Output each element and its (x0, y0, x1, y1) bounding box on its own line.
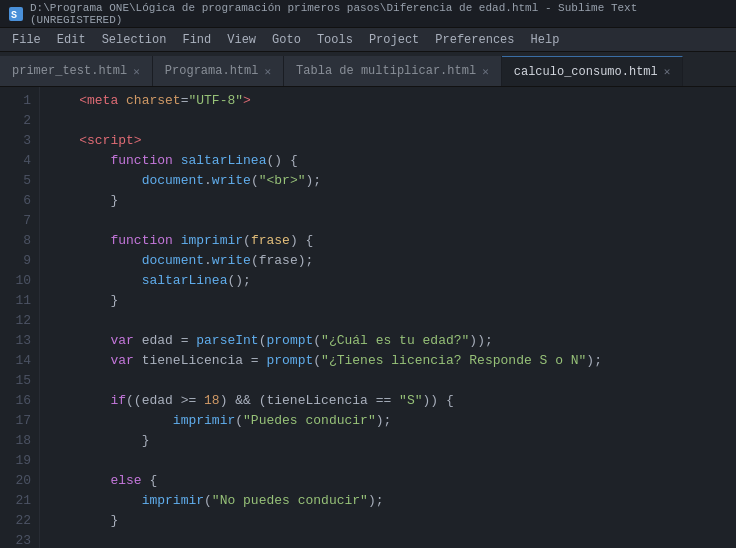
tab-programa[interactable]: Programa.html ✕ (153, 56, 284, 86)
tab-label: Programa.html (165, 64, 259, 78)
line-num-14: 14 (4, 351, 31, 371)
line-num-17: 17 (4, 411, 31, 431)
code-area[interactable]: 1 2 3 4 5 6 7 8 9 10 11 12 13 14 15 16 1… (0, 87, 736, 548)
line-num-7: 7 (4, 211, 31, 231)
svg-text:S: S (11, 10, 17, 21)
line-numbers: 1 2 3 4 5 6 7 8 9 10 11 12 13 14 15 16 1… (0, 87, 40, 548)
code-line-10: saltarLinea(); (48, 271, 728, 291)
menu-selection[interactable]: Selection (94, 31, 175, 49)
menu-preferences[interactable]: Preferences (427, 31, 522, 49)
line-num-6: 6 (4, 191, 31, 211)
code-line-3: <script> (48, 131, 728, 151)
code-line-23 (48, 531, 728, 548)
line-num-4: 4 (4, 151, 31, 171)
line-num-11: 11 (4, 291, 31, 311)
line-num-15: 15 (4, 371, 31, 391)
line-num-20: 20 (4, 471, 31, 491)
line-num-10: 10 (4, 271, 31, 291)
tab-primer-test[interactable]: primer_test.html ✕ (0, 56, 153, 86)
line-num-2: 2 (4, 111, 31, 131)
code-line-16: if((edad >= 18) && (tieneLicencia == "S"… (48, 391, 728, 411)
app-icon: S (8, 6, 24, 22)
menu-help[interactable]: Help (523, 31, 568, 49)
tab-close-icon[interactable]: ✕ (264, 65, 271, 78)
tab-bar: primer_test.html ✕ Programa.html ✕ Tabla… (0, 52, 736, 87)
tab-label: calculo_consumo.html (514, 65, 658, 79)
code-line-11: } (48, 291, 728, 311)
code-line-21: imprimir("No puedes conducir"); (48, 491, 728, 511)
code-line-2 (48, 111, 728, 131)
menu-file[interactable]: File (4, 31, 49, 49)
tab-tabla-multiplicar[interactable]: Tabla de multiplicar.html ✕ (284, 56, 502, 86)
menu-goto[interactable]: Goto (264, 31, 309, 49)
tab-label: primer_test.html (12, 64, 127, 78)
line-num-13: 13 (4, 331, 31, 351)
line-num-9: 9 (4, 251, 31, 271)
line-num-16: 16 (4, 391, 31, 411)
code-line-17: imprimir("Puedes conducir"); (48, 411, 728, 431)
tab-close-icon[interactable]: ✕ (664, 65, 671, 78)
line-num-19: 19 (4, 451, 31, 471)
menu-bar: File Edit Selection Find View Goto Tools… (0, 28, 736, 52)
line-num-22: 22 (4, 511, 31, 531)
line-num-18: 18 (4, 431, 31, 451)
line-num-1: 1 (4, 91, 31, 111)
line-num-12: 12 (4, 311, 31, 331)
code-line-22: } (48, 511, 728, 531)
line-num-5: 5 (4, 171, 31, 191)
menu-project[interactable]: Project (361, 31, 427, 49)
tab-close-icon[interactable]: ✕ (133, 65, 140, 78)
line-num-8: 8 (4, 231, 31, 251)
code-line-8: function imprimir(frase) { (48, 231, 728, 251)
tab-calculo-consumo[interactable]: calculo_consumo.html ✕ (502, 56, 684, 86)
line-num-23: 23 (4, 531, 31, 548)
code-line-9: document.write(frase); (48, 251, 728, 271)
code-editor[interactable]: <meta charset="UTF-8"> <script> function… (40, 87, 736, 548)
code-line-5: document.write("<br>"); (48, 171, 728, 191)
code-line-14: var tieneLicencia = prompt("¿Tienes lice… (48, 351, 728, 371)
title-bar: S D:\Programa ONE\Lógica de programación… (0, 0, 736, 28)
line-num-3: 3 (4, 131, 31, 151)
code-line-15 (48, 371, 728, 391)
code-line-19 (48, 451, 728, 471)
line-num-21: 21 (4, 491, 31, 511)
menu-find[interactable]: Find (174, 31, 219, 49)
code-line-12 (48, 311, 728, 331)
code-line-18: } (48, 431, 728, 451)
code-line-4: function saltarLinea() { (48, 151, 728, 171)
tab-label: Tabla de multiplicar.html (296, 64, 476, 78)
code-line-7 (48, 211, 728, 231)
code-line-1: <meta charset="UTF-8"> (48, 91, 728, 111)
menu-edit[interactable]: Edit (49, 31, 94, 49)
menu-view[interactable]: View (219, 31, 264, 49)
code-line-13: var edad = parseInt(prompt("¿Cuál es tu … (48, 331, 728, 351)
code-line-6: } (48, 191, 728, 211)
menu-tools[interactable]: Tools (309, 31, 361, 49)
code-line-20: else { (48, 471, 728, 491)
window-title: D:\Programa ONE\Lógica de programación p… (30, 2, 728, 26)
tab-close-icon[interactable]: ✕ (482, 65, 489, 78)
